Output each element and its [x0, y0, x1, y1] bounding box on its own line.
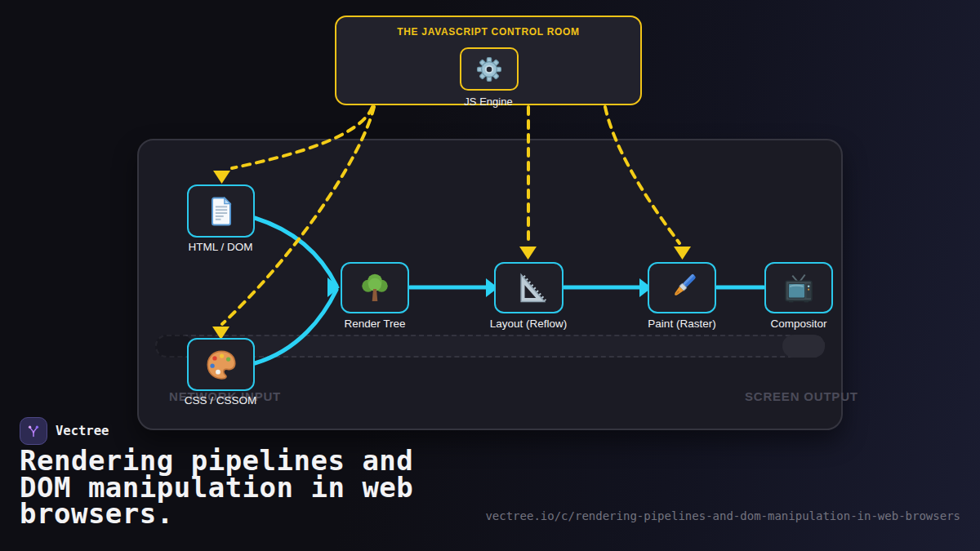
social-card: NETWORK INPUT SCREEN OUTPUT — [0, 0, 980, 551]
node-label-render-tree: Render Tree — [318, 318, 432, 330]
document-icon — [203, 193, 239, 229]
card-url-link[interactable]: vectree.io/c/rendering-pipelines-and-dom… — [485, 509, 960, 522]
screen-output-label: SCREEN OUTPUT — [745, 389, 858, 403]
node-render-tree — [341, 262, 409, 313]
node-paint-raster — [648, 262, 716, 313]
control-room-title: THE JAVASCRIPT CONTROL ROOM — [336, 26, 640, 38]
js-engine-node — [460, 47, 519, 91]
vectree-tree-icon — [24, 422, 42, 440]
js-control-room-box: THE JAVASCRIPT CONTROL ROOM JS Engine — [335, 16, 642, 105]
conveyor-belt-end-cap — [782, 335, 825, 358]
node-label-paint-raster: Paint (Raster) — [625, 318, 739, 330]
brand-name: Vectree — [56, 424, 109, 438]
node-compositor — [764, 262, 833, 313]
js-engine-label: JS Engine — [336, 96, 640, 108]
tree-icon — [357, 270, 393, 306]
node-label-html-dom: HTML / DOM — [163, 241, 278, 253]
card-headline: Rendering pipelines and DOM manipulation… — [20, 447, 438, 527]
node-css-cssom — [187, 338, 255, 391]
vectree-logo — [20, 417, 47, 445]
node-label-layout-reflow: Layout (Reflow) — [471, 318, 586, 330]
conveyor-belt — [155, 335, 825, 358]
triangle-ruler-icon — [511, 270, 547, 306]
palette-icon — [203, 346, 240, 384]
node-html-dom — [187, 184, 255, 238]
node-layout-reflow — [494, 262, 564, 313]
gear-icon — [475, 56, 503, 83]
node-label-compositor: Compositor — [742, 318, 856, 330]
paintbrush-icon — [663, 269, 701, 307]
node-label-css-cssom: CSS / CSSOM — [163, 394, 278, 407]
tv-icon — [781, 270, 817, 306]
